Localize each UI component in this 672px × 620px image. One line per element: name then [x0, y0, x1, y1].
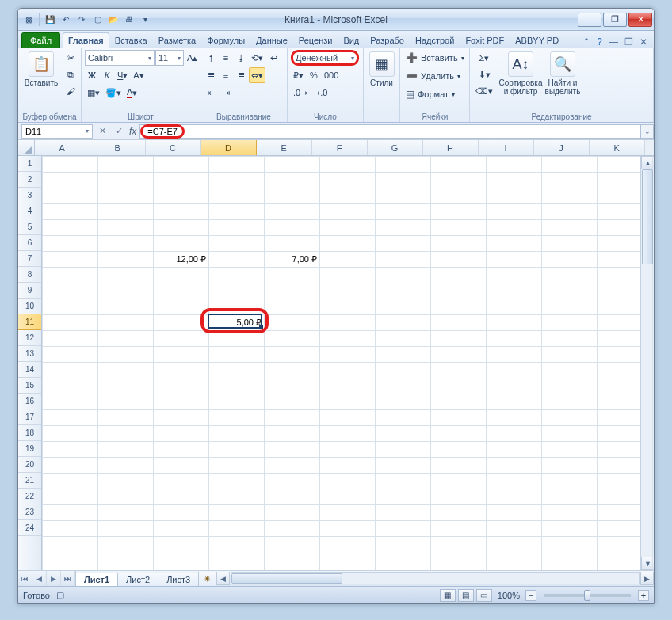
- align-left-icon[interactable]: ≣: [204, 67, 218, 83]
- column-header-A[interactable]: A: [35, 140, 90, 155]
- page-break-view-icon[interactable]: ▭: [476, 589, 492, 602]
- row-header-24[interactable]: 24: [18, 520, 41, 536]
- shrink-font-icon[interactable]: A▾: [131, 67, 146, 83]
- sheet-tab-1[interactable]: Лист1: [75, 573, 118, 587]
- bold-icon[interactable]: Ж: [85, 67, 99, 83]
- doc-close-icon[interactable]: ✕: [640, 36, 647, 48]
- print-preview-icon[interactable]: 🖶: [122, 13, 136, 27]
- expand-formula-bar-icon[interactable]: ⌄: [641, 124, 654, 139]
- save-icon[interactable]: 💾: [43, 13, 57, 27]
- row-header-12[interactable]: 12: [18, 330, 41, 346]
- fill-color-icon[interactable]: 🪣▾: [103, 85, 124, 101]
- comma-icon[interactable]: 000: [322, 67, 341, 83]
- increase-decimal-icon[interactable]: .0➝: [291, 85, 310, 101]
- align-center-icon[interactable]: ≡: [219, 67, 233, 83]
- sheet-next-icon[interactable]: ▶: [47, 571, 61, 587]
- horizontal-scrollbar[interactable]: ◀ ▶: [216, 572, 654, 585]
- close-button[interactable]: ✕: [628, 13, 652, 27]
- row-header-23[interactable]: 23: [18, 504, 41, 520]
- column-header-G[interactable]: G: [368, 140, 423, 155]
- underline-icon[interactable]: Ч▾: [115, 67, 130, 83]
- tab-addins[interactable]: Надстрой: [410, 32, 460, 48]
- zoom-in-icon[interactable]: +: [638, 590, 649, 601]
- wrap-text-icon[interactable]: ↩: [266, 50, 281, 66]
- column-header-E[interactable]: E: [257, 140, 312, 155]
- insert-cells-button[interactable]: ➕Вставить▾: [403, 50, 467, 66]
- clear-icon[interactable]: ⌫▾: [473, 83, 495, 99]
- enter-formula-icon[interactable]: ✓: [112, 124, 126, 139]
- cancel-formula-icon[interactable]: ✕: [95, 124, 109, 139]
- row-header-17[interactable]: 17: [18, 409, 41, 425]
- align-right-icon[interactable]: ≣: [234, 67, 248, 83]
- row-header-2[interactable]: 2: [18, 172, 41, 188]
- tab-insert[interactable]: Вставка: [109, 32, 153, 48]
- zoom-knob[interactable]: [584, 590, 590, 601]
- new-icon[interactable]: ▢: [90, 13, 105, 27]
- zoom-slider[interactable]: [544, 594, 631, 597]
- zoom-out-icon[interactable]: −: [525, 590, 536, 601]
- sheet-last-icon[interactable]: ⏭: [61, 571, 75, 587]
- align-bottom-icon[interactable]: ⭳: [234, 50, 248, 66]
- decrease-decimal-icon[interactable]: ➝.0: [311, 85, 330, 101]
- decrease-indent-icon[interactable]: ⇤: [204, 85, 218, 101]
- row-header-6[interactable]: 6: [18, 235, 41, 251]
- sheet-tab-2[interactable]: Лист2: [117, 573, 158, 587]
- align-middle-icon[interactable]: ≡: [219, 50, 233, 66]
- maximize-button[interactable]: ❐: [603, 13, 627, 27]
- row-header-3[interactable]: 3: [18, 188, 41, 203]
- formula-bar[interactable]: =C7-E7: [139, 124, 641, 139]
- font-color-icon[interactable]: A▾: [124, 85, 139, 101]
- row-header-21[interactable]: 21: [18, 473, 41, 489]
- paste-button[interactable]: 📋 Вставить: [21, 50, 61, 87]
- copy-icon[interactable]: ⧉: [63, 67, 78, 82]
- row-header-20[interactable]: 20: [18, 457, 41, 473]
- page-layout-view-icon[interactable]: ▤: [458, 589, 474, 602]
- row-header-4[interactable]: 4: [18, 203, 41, 219]
- redo-icon[interactable]: ↷: [74, 13, 89, 27]
- normal-view-icon[interactable]: ▦: [440, 589, 456, 602]
- macro-record-icon[interactable]: ▢: [56, 590, 64, 600]
- qat-more-icon[interactable]: ▾: [138, 13, 152, 27]
- format-painter-icon[interactable]: 🖌: [63, 83, 78, 99]
- doc-min-icon[interactable]: —: [609, 36, 618, 48]
- fx-icon[interactable]: fx: [129, 126, 136, 137]
- currency-icon[interactable]: ₽▾: [291, 67, 306, 83]
- delete-cells-button[interactable]: ➖Удалить▾: [403, 68, 463, 84]
- sheet-tab-3[interactable]: Лист3: [158, 573, 199, 587]
- cut-icon[interactable]: ✂: [63, 50, 78, 66]
- doc-restore-icon[interactable]: ❐: [624, 36, 633, 48]
- grow-font-icon[interactable]: A▴: [185, 50, 200, 66]
- open-icon[interactable]: 📂: [106, 13, 120, 27]
- sheet-first-icon[interactable]: ⏮: [18, 571, 32, 587]
- italic-icon[interactable]: К: [100, 67, 114, 83]
- help-icon[interactable]: ?: [597, 36, 602, 48]
- row-header-15[interactable]: 15: [18, 378, 41, 394]
- styles-button[interactable]: ▦ Стили: [367, 50, 396, 87]
- undo-icon[interactable]: ↶: [59, 13, 73, 27]
- sort-filter-button[interactable]: A↕ Сортировка и фильтр: [501, 50, 540, 96]
- orientation-icon[interactable]: ⟲▾: [249, 50, 265, 66]
- font-name-combo[interactable]: Calibri▾: [85, 50, 155, 66]
- fill-icon[interactable]: ⬇▾: [473, 67, 495, 82]
- tab-foxit[interactable]: Foxit PDF: [460, 32, 510, 48]
- select-all-button[interactable]: [18, 140, 35, 155]
- row-header-11[interactable]: 11: [18, 314, 41, 330]
- row-header-10[interactable]: 10: [18, 299, 41, 314]
- tab-review[interactable]: Рецензи: [293, 32, 338, 48]
- row-header-7[interactable]: 7: [18, 251, 41, 267]
- row-header-9[interactable]: 9: [18, 283, 41, 299]
- column-header-B[interactable]: B: [90, 140, 146, 155]
- column-header-I[interactable]: I: [479, 140, 534, 155]
- font-size-combo[interactable]: 11▾: [155, 50, 184, 66]
- merge-icon[interactable]: ⇔▾: [249, 67, 265, 83]
- column-header-C[interactable]: C: [146, 140, 201, 155]
- tab-formulas[interactable]: Формулы: [201, 32, 250, 48]
- find-select-button[interactable]: 🔍 Найти и выделить: [543, 50, 582, 96]
- row-header-8[interactable]: 8: [18, 267, 41, 283]
- row-header-16[interactable]: 16: [18, 394, 41, 409]
- tab-abbyy[interactable]: ABBYY PD: [510, 32, 564, 48]
- minimize-ribbon-icon[interactable]: ⌃: [582, 36, 590, 48]
- scroll-left-icon[interactable]: ◀: [216, 572, 230, 585]
- sheet-prev-icon[interactable]: ◀: [32, 571, 47, 587]
- cell-C7[interactable]: 12,00 ₽: [153, 251, 208, 267]
